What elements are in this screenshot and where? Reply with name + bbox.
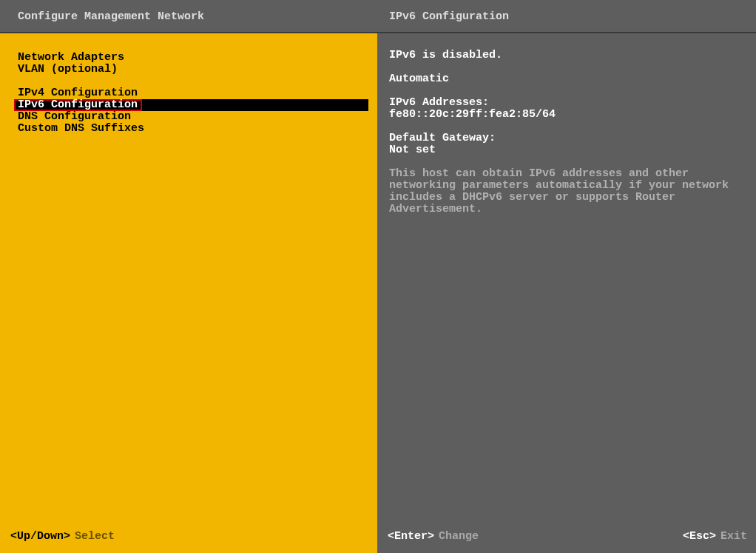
right-footer: <Enter> Change <Esc> Exit [377, 523, 756, 553]
ipv6-mode: Automatic [389, 73, 744, 85]
menu-item-label: Network Adapters [18, 51, 124, 64]
menu-item-ipv4-configuration[interactable]: IPv4 Configuration [4, 87, 377, 99]
selection-highlight: IPv6 Configuration [14, 99, 142, 111]
key-hint-enter-label: Change [439, 530, 479, 543]
menu-item-label: IPv6 Configuration [18, 98, 138, 111]
ipv6-status-block: IPv6 is disabled. [389, 50, 744, 61]
key-hint-enter: <Enter> [388, 530, 434, 543]
footer-right-group: <Esc> Exit [683, 530, 747, 543]
right-panel-body: IPv6 is disabled. Automatic IPv6 Address… [377, 33, 756, 523]
ipv6-status: IPv6 is disabled. [389, 50, 744, 61]
menu-item-label: IPv4 Configuration [18, 87, 138, 99]
right-panel: IPv6 Configuration IPv6 is disabled. Aut… [377, 0, 756, 553]
left-title-text: Configure Management Network [18, 10, 204, 23]
menu-item-label: VLAN (optional) [18, 63, 118, 76]
default-gateway-label: Default Gateway: [389, 133, 744, 144]
ipv6-addresses-block: IPv6 Addresses: fe80::20c:29ff:fea2:85/6… [389, 97, 744, 121]
default-gateway-block: Default Gateway: Not set [389, 133, 744, 156]
menu-item-dns-configuration[interactable]: DNS Configuration [4, 111, 377, 123]
ipv6-addresses-value: fe80::20c:29ff:fea2:85/64 [389, 109, 744, 121]
menu-item-network-adapters[interactable]: Network Adapters [4, 52, 377, 64]
menu-group-2: IPv4 Configuration IPv6 Configuration DN… [4, 87, 377, 135]
menu-item-custom-dns-suffixes[interactable]: Custom DNS Suffixes [4, 123, 377, 135]
menu-group-1: Network Adapters VLAN (optional) [4, 52, 377, 76]
ipv6-help-text: This host can obtain IPv6 addresses and … [389, 168, 744, 215]
menu-item-label: Custom DNS Suffixes [18, 122, 144, 135]
key-hint-updown-label: Select [75, 530, 115, 543]
left-panel-body: Network Adapters VLAN (optional) IPv4 Co… [0, 33, 377, 523]
key-hint-esc: <Esc> [683, 530, 716, 543]
menu-item-vlan-optional[interactable]: VLAN (optional) [4, 64, 377, 76]
menu-item-ipv6-configuration[interactable]: IPv6 Configuration [15, 99, 368, 111]
ipv6-addresses-label: IPv6 Addresses: [389, 97, 744, 109]
left-footer: <Up/Down> Select [0, 523, 377, 553]
key-hint-updown: <Up/Down> [10, 530, 70, 543]
key-hint-esc-label: Exit [720, 530, 747, 543]
ipv6-mode-block: Automatic [389, 73, 744, 85]
dcui-screen: Configure Management Network Network Ada… [0, 0, 756, 553]
right-title-text: IPv6 Configuration [389, 10, 509, 23]
right-panel-title: IPv6 Configuration [377, 0, 756, 33]
menu-item-label: DNS Configuration [18, 110, 131, 123]
default-gateway-value: Not set [389, 144, 744, 156]
left-panel: Configure Management Network Network Ada… [0, 0, 377, 553]
left-panel-title: Configure Management Network [0, 0, 377, 33]
